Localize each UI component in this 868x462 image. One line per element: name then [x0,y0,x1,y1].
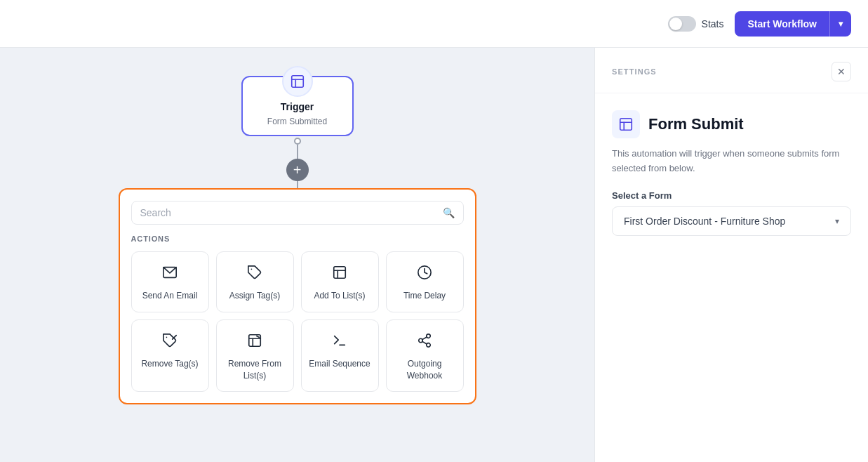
action-card-label-add-to-list: Add To List(s) [314,290,365,302]
trigger-sublabel: Form Submitted [267,117,327,126]
form-select-dropdown[interactable]: First Order Discount - Furniture Shop ▾ [612,206,851,236]
trigger-icon [282,66,313,97]
action-card-send-email[interactable]: Send An Email [131,251,209,312]
action-card-email-sequence[interactable]: Email Sequence [301,319,379,392]
action-card-label-time-delay: Time Delay [403,290,446,302]
connector-line-1 [297,145,298,159]
workflow-canvas: Trigger Form Submitted + 🔍 ACTIONS Send … [0,48,594,462]
form-submit-header: Form Submit [612,110,851,138]
action-card-label-send-email: Send An Email [142,290,198,302]
action-picker: 🔍 ACTIONS Send An EmailAssign Tag(s)Add … [119,188,476,404]
toggle-knob [669,18,682,30]
actions-heading: ACTIONS [131,235,464,243]
start-workflow-label: Start Workflow [735,11,830,37]
chevron-down-icon[interactable]: ▾ [830,12,851,36]
trigger-label: Trigger [281,101,314,112]
action-card-assign-tags[interactable]: Assign Tag(s) [216,251,294,312]
svg-rect-0 [291,76,303,88]
action-card-label-outgoing-webhook: Outgoing Webhook [394,358,456,382]
action-card-remove-tags[interactable]: Remove Tag(s) [131,319,209,392]
svg-line-20 [422,337,427,340]
stats-toggle-switch[interactable] [668,16,696,32]
send-email-icon [162,265,178,283]
topbar: Stats Start Workflow ▾ [0,0,868,48]
form-submit-title: Form Submit [648,115,744,133]
actions-grid: Send An EmailAssign Tag(s)Add To List(s)… [131,251,464,392]
start-workflow-button[interactable]: Start Workflow ▾ [735,11,851,37]
action-card-label-assign-tags: Assign Tag(s) [229,290,280,302]
search-row: 🔍 [131,201,464,225]
svg-rect-21 [620,119,632,131]
remove-tags-icon [162,333,178,351]
select-form-label: Select a Form [612,190,851,201]
search-icon: 🔍 [443,207,455,218]
form-submit-description: This automation will trigger when someon… [612,147,851,176]
workflow-area: Trigger Form Submitted + 🔍 ACTIONS Send … [119,76,476,404]
action-card-add-to-list[interactable]: Add To List(s) [301,251,379,312]
action-card-label-remove-from-list: Remove From List(s) [224,358,286,382]
settings-panel: SETTINGS ✕ Form Submit This automation w… [594,48,868,462]
settings-panel-title: SETTINGS [612,67,657,76]
outgoing-webhook-icon [417,333,432,351]
assign-tags-icon [247,265,262,283]
add-to-list-icon [332,265,347,283]
action-card-remove-from-list[interactable]: Remove From List(s) [216,319,294,392]
action-card-outgoing-webhook[interactable]: Outgoing Webhook [386,319,464,392]
search-input[interactable] [140,207,437,218]
connector-line-2 [297,181,298,188]
settings-header: SETTINGS ✕ [595,48,868,93]
action-card-time-delay[interactable]: Time Delay [386,251,464,312]
remove-from-list-icon [247,333,262,351]
trigger-node[interactable]: Trigger Form Submitted [241,76,354,136]
settings-body: Form Submit This automation will trigger… [595,93,868,253]
stats-toggle: Stats [668,16,724,32]
connector-dot [294,138,301,145]
svg-line-14 [257,336,260,337]
add-step-button[interactable]: + [286,159,309,181]
svg-rect-5 [334,267,346,279]
close-settings-button[interactable]: ✕ [832,62,851,81]
action-card-label-remove-tags: Remove Tag(s) [141,358,198,370]
chevron-down-icon: ▾ [835,216,839,226]
svg-line-19 [422,341,427,344]
form-submit-icon [612,110,640,138]
form-select-value: First Order Discount - Furniture Shop [624,216,835,227]
stats-label: Stats [702,18,724,29]
action-card-label-email-sequence: Email Sequence [309,358,370,370]
time-delay-icon [417,265,432,283]
email-sequence-icon [332,333,347,351]
